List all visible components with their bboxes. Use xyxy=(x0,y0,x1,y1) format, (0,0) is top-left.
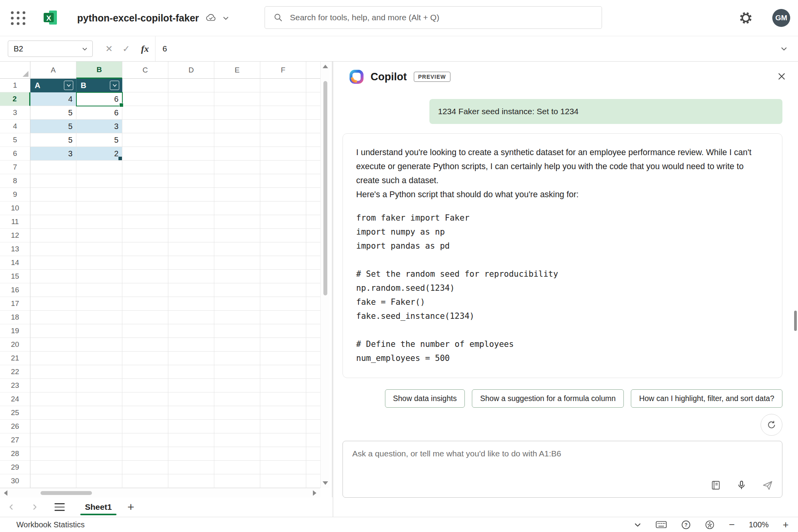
cell-partial-2[interactable] xyxy=(306,92,320,106)
row-header-17[interactable]: 17 xyxy=(0,297,30,311)
cell-E2[interactable] xyxy=(214,92,260,106)
cell-E9[interactable] xyxy=(214,188,260,201)
column-header-C[interactable]: C xyxy=(122,62,168,79)
cancel-icon[interactable]: ✕ xyxy=(101,36,118,61)
cell-F29[interactable] xyxy=(260,461,306,474)
cell-E1[interactable] xyxy=(214,79,260,92)
cell-D25[interactable] xyxy=(168,406,214,420)
cell-B17[interactable] xyxy=(76,297,122,311)
cell-partial-14[interactable] xyxy=(306,256,320,270)
row-header-14[interactable]: 14 xyxy=(0,256,30,270)
cell-F18[interactable] xyxy=(260,311,306,324)
table-resize-handle[interactable] xyxy=(118,157,122,160)
cell-F25[interactable] xyxy=(260,406,306,420)
row-header-2[interactable]: 2 xyxy=(0,92,30,106)
cell-E28[interactable] xyxy=(214,447,260,461)
excel-logo-icon[interactable]: X xyxy=(41,9,59,27)
cell-D11[interactable] xyxy=(168,215,214,229)
column-header-E[interactable]: E xyxy=(214,62,260,79)
search-bar[interactable] xyxy=(265,6,602,29)
workbook-statistics-button[interactable]: Workbook Statistics xyxy=(16,520,85,529)
cell-B16[interactable] xyxy=(76,283,122,297)
cell-C8[interactable] xyxy=(122,174,168,188)
cell-D19[interactable] xyxy=(168,324,214,338)
cell-A20[interactable] xyxy=(30,338,76,352)
cell-C28[interactable] xyxy=(122,447,168,461)
cell-E27[interactable] xyxy=(214,433,260,447)
suggestion-chip-highlight[interactable]: How can I highlight, filter, and sort da… xyxy=(631,389,782,408)
avatar[interactable]: GM xyxy=(772,9,790,27)
cell-A16[interactable] xyxy=(30,283,76,297)
row-header-7[interactable]: 7 xyxy=(0,161,30,174)
cell-A14[interactable] xyxy=(30,256,76,270)
formula-bar-expand-icon[interactable] xyxy=(775,36,793,61)
cell-B11[interactable] xyxy=(76,215,122,229)
cell-E5[interactable] xyxy=(214,133,260,147)
cell-F24[interactable] xyxy=(260,392,306,406)
cell-F3[interactable] xyxy=(260,106,306,120)
cell-partial-23[interactable] xyxy=(306,379,320,392)
filter-button-B[interactable] xyxy=(110,81,119,90)
cell-B22[interactable] xyxy=(76,365,122,379)
cell-E26[interactable] xyxy=(214,420,260,433)
cell-D3[interactable] xyxy=(168,106,214,120)
cell-F4[interactable] xyxy=(260,120,306,133)
suggestion-chip-insights[interactable]: Show data insights xyxy=(385,389,465,408)
cell-D20[interactable] xyxy=(168,338,214,352)
cell-E22[interactable] xyxy=(214,365,260,379)
cell-E20[interactable] xyxy=(214,338,260,352)
cell-partial-9[interactable] xyxy=(306,188,320,201)
cell-D24[interactable] xyxy=(168,392,214,406)
cell-B4[interactable]: 3 xyxy=(76,120,122,133)
cell-D21[interactable] xyxy=(168,352,214,365)
cell-A29[interactable] xyxy=(30,461,76,474)
vertical-scrollbar-thumb[interactable] xyxy=(323,81,327,295)
cell-D8[interactable] xyxy=(168,174,214,188)
cell-B28[interactable] xyxy=(76,447,122,461)
insert-function-icon[interactable]: fx xyxy=(136,36,154,61)
cell-E4[interactable] xyxy=(214,120,260,133)
cell-partial-19[interactable] xyxy=(306,324,320,338)
column-header-F[interactable]: F xyxy=(260,62,306,79)
cell-E24[interactable] xyxy=(214,392,260,406)
name-box-chevron-icon[interactable] xyxy=(82,46,88,52)
cell-B6[interactable]: 2 xyxy=(76,147,122,161)
cell-partial-4[interactable] xyxy=(306,120,320,133)
row-header-10[interactable]: 10 xyxy=(0,201,30,215)
cell-F6[interactable] xyxy=(260,147,306,161)
settings-gear-icon[interactable] xyxy=(739,11,753,25)
cell-C26[interactable] xyxy=(122,420,168,433)
cell-F5[interactable] xyxy=(260,133,306,147)
cell-B8[interactable] xyxy=(76,174,122,188)
cell-C3[interactable] xyxy=(122,106,168,120)
cell-C14[interactable] xyxy=(122,256,168,270)
cell-C20[interactable] xyxy=(122,338,168,352)
cell-F23[interactable] xyxy=(260,379,306,392)
cell-C11[interactable] xyxy=(122,215,168,229)
cell-D27[interactable] xyxy=(168,433,214,447)
row-header-30[interactable]: 30 xyxy=(0,474,30,488)
cell-partial-28[interactable] xyxy=(306,447,320,461)
cell-E10[interactable] xyxy=(214,201,260,215)
cell-D1[interactable] xyxy=(168,79,214,92)
name-box[interactable]: B2 xyxy=(8,41,93,57)
cell-C27[interactable] xyxy=(122,433,168,447)
cell-E7[interactable] xyxy=(214,161,260,174)
cell-C29[interactable] xyxy=(122,461,168,474)
column-header-B[interactable]: B xyxy=(76,62,122,79)
copilot-input[interactable] xyxy=(351,448,775,478)
cell-E16[interactable] xyxy=(214,283,260,297)
row-header-1[interactable]: 1 xyxy=(0,79,30,92)
cell-E8[interactable] xyxy=(214,174,260,188)
cell-B7[interactable] xyxy=(76,161,122,174)
cell-C19[interactable] xyxy=(122,324,168,338)
sheet-nav-prev-icon[interactable] xyxy=(5,500,18,514)
cell-F10[interactable] xyxy=(260,201,306,215)
cell-F19[interactable] xyxy=(260,324,306,338)
cell-E15[interactable] xyxy=(214,270,260,283)
cell-C30[interactable] xyxy=(122,474,168,488)
cell-B30[interactable] xyxy=(76,474,122,488)
cell-C10[interactable] xyxy=(122,201,168,215)
row-header-18[interactable]: 18 xyxy=(0,311,30,324)
cloud-saved-icon[interactable] xyxy=(205,14,216,22)
